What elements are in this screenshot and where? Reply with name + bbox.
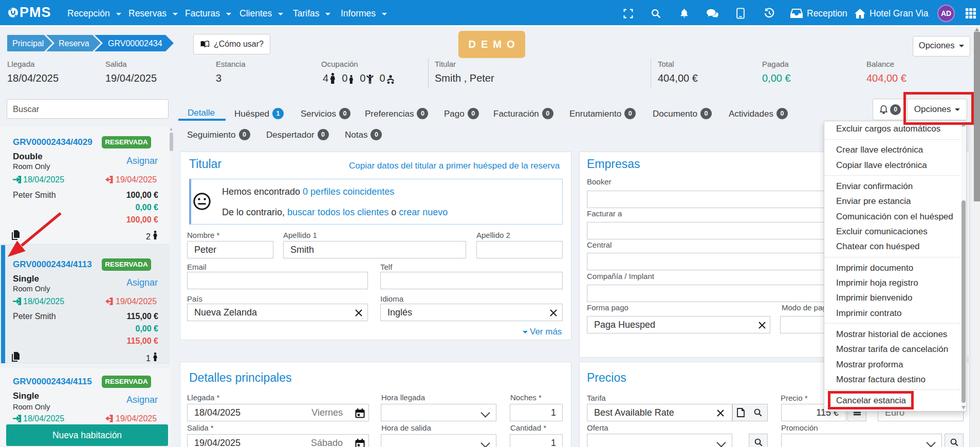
svg-text:Reserva: Reserva	[59, 39, 89, 48]
svg-text:Principal: Principal	[12, 39, 44, 48]
svg-text:GRV00002434: GRV00002434	[108, 39, 162, 48]
